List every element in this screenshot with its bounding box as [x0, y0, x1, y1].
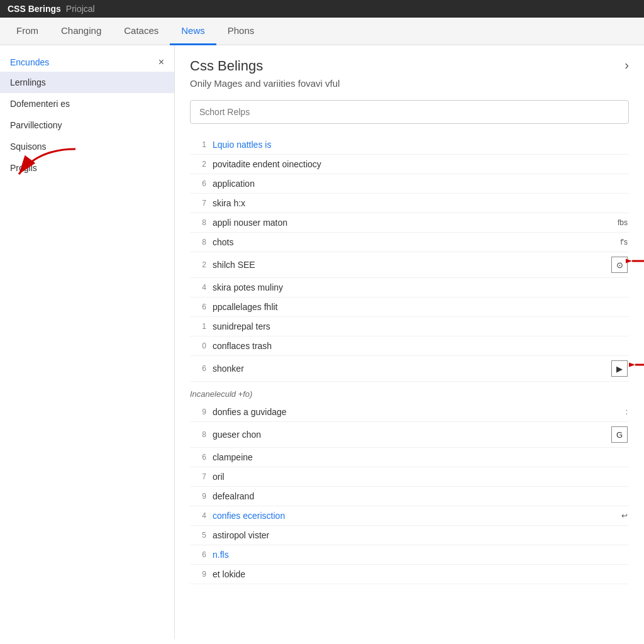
list-item: 6n.fls [190, 545, 629, 565]
nav-tab-news[interactable]: News [170, 18, 216, 45]
list-item: 0conflaces trash [190, 336, 629, 356]
list-item-number: 6 [191, 303, 206, 311]
list-item-number: 0 [191, 341, 206, 350]
sidebar-header: Encundes × [0, 50, 174, 72]
list-item-text: oril [213, 472, 628, 482]
list-item-number: 7 [191, 199, 206, 208]
list-item-text: chots [213, 237, 615, 247]
list-item-badge: fbs [618, 218, 628, 227]
sidebar-item[interactable]: Parvillectiony [0, 114, 174, 136]
nav-tabs: FromChangingCatacesNewsPhons [0, 18, 644, 45]
list-item-text[interactable]: confies ecerisction [213, 511, 616, 521]
content-area: Css Belings Onily Mages and variities fo… [175, 45, 644, 639]
list-item: 4confies ecerisction↩ [190, 506, 629, 526]
list-item-number: 8 [191, 238, 206, 247]
list-item: 6clampeine [190, 448, 629, 467]
list-item-text: appli nouser maton [213, 218, 613, 228]
list-item-text: skira h:x [213, 198, 628, 208]
sidebar-item[interactable]: Dofementeri es [0, 93, 174, 114]
section2-label: Incaneleculd +fo) [190, 382, 629, 402]
search-input[interactable] [190, 100, 629, 124]
top-bar: CSS Berings Priojcal [0, 0, 644, 18]
app-name: CSS Berings [8, 4, 61, 14]
list-item-text: gueser chon [213, 430, 606, 440]
list-item-icon-button[interactable]: G [611, 426, 628, 443]
list-item: 5astiropol vister [190, 526, 629, 545]
list-item-text: ppcallelages fhlit [213, 302, 628, 312]
list-item: 8appli nouser matonfbs [190, 213, 629, 233]
arrow-decoration [626, 250, 644, 274]
list-item-number: 4 [191, 511, 206, 520]
list-item: 7oril [190, 467, 629, 487]
list-item: 9et lokide [190, 565, 629, 584]
arrow-decoration-2 [629, 353, 644, 378]
list-item-text: povitadite endent oinectiocy [213, 159, 628, 169]
list-item: 9donfies a guvidage: [190, 402, 629, 422]
list-item: 6ppcallelages fhlit [190, 297, 629, 317]
content-titles: Css Belings Onily Mages and variities fo… [190, 58, 340, 100]
sidebar-item[interactable]: Lernlings [0, 72, 174, 93]
main-layout: Encundes × LernlingsDofementeri esParvil… [0, 45, 644, 639]
list-item: 2povitadite endent oinectiocy [190, 155, 629, 174]
list-item: 1Lquio nattles is [190, 135, 629, 155]
secondary-list: 9donfies a guvidage:8gueser chonG6clampe… [190, 402, 629, 584]
sidebar-title[interactable]: Encundes [10, 57, 49, 67]
list-item-number: 5 [191, 531, 206, 540]
list-item-text: skira potes muliny [213, 282, 628, 292]
list-item-text: application [213, 179, 628, 189]
list-item-number: 8 [191, 430, 206, 439]
content-title: Css Belings [190, 58, 340, 74]
list-item-number: 1 [191, 322, 206, 331]
list-item-text: donfies a guvidage [213, 407, 621, 417]
list-item: 8chotsf's [190, 233, 629, 252]
nav-tab-phons[interactable]: Phons [216, 18, 266, 45]
list-item-badge: : [626, 408, 628, 416]
list-item-text[interactable]: Lquio nattles is [213, 140, 628, 150]
list-item-text: et lokide [213, 569, 628, 579]
list-item: 4skira potes muliny [190, 278, 629, 297]
list-item-number: 2 [191, 260, 206, 269]
list-item-number: 9 [191, 492, 206, 501]
list-item: 6application [190, 174, 629, 194]
list-item: 6shonker▶ [190, 356, 629, 382]
main-list: 1Lquio nattles is2povitadite endent oine… [190, 135, 629, 382]
list-item-text: sunidrepal ters [213, 321, 628, 331]
content-header: Css Belings Onily Mages and variities fo… [190, 58, 629, 100]
nav-tab-cataces[interactable]: Cataces [113, 18, 170, 45]
app-sub: Priojcal [66, 4, 95, 14]
list-item-number: 9 [191, 570, 206, 579]
list-item-number: 9 [191, 408, 206, 416]
list-item: 9defealrand [190, 487, 629, 506]
list-item-number: 8 [191, 218, 206, 227]
list-item-number: 2 [191, 160, 206, 169]
list-item-text: conflaces trash [213, 341, 628, 351]
list-item-text: defealrand [213, 491, 628, 501]
sidebar-arrow-decoration [0, 143, 82, 195]
list-item: 7skira h:x [190, 194, 629, 213]
list-item-text: clampeine [213, 452, 628, 462]
list-item-icon-button[interactable]: ▶ [611, 360, 628, 377]
list-item-text: astiropol vister [213, 530, 628, 540]
list-item-number: 6 [191, 550, 206, 559]
list-item-number: 6 [191, 364, 206, 373]
list-item-badge: f's [620, 238, 628, 247]
content-subtitle: Onily Mages and variities fovavi vful [190, 78, 340, 89]
nav-tab-from[interactable]: From [5, 18, 50, 45]
list-item-number: 7 [191, 472, 206, 481]
list-item-number: 6 [191, 179, 206, 188]
list-item-number: 4 [191, 283, 206, 292]
sidebar-close-button[interactable]: × [158, 57, 164, 68]
list-item: 2shilch SEE⊙ [190, 252, 629, 278]
sidebar: Encundes × LernlingsDofementeri esParvil… [0, 45, 175, 639]
list-item-badge: ↩ [621, 511, 628, 520]
list-item: 1sunidrepal ters [190, 317, 629, 336]
list-item-text: shilch SEE [213, 260, 606, 270]
list-item-number: 1 [191, 140, 206, 149]
list-item-number: 6 [191, 453, 206, 462]
list-item-text[interactable]: n.fls [213, 550, 628, 560]
nav-tab-changing[interactable]: Changing [50, 18, 113, 45]
list-item-text: shonker [213, 364, 606, 374]
chevron-right-icon[interactable]: › [625, 58, 629, 72]
list-item: 8gueser chonG [190, 422, 629, 448]
